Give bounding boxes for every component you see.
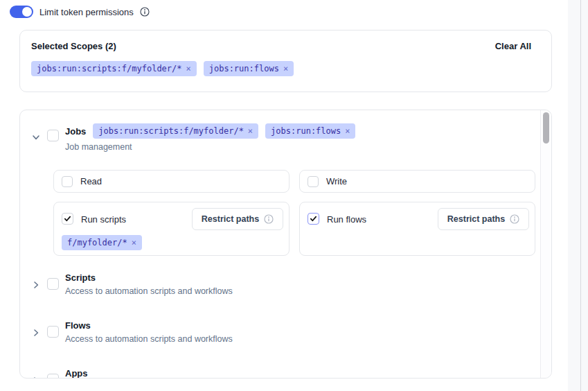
permissions-tree-panel: Jobs jobs:run:scripts:f/myfolder/* × job… (19, 110, 552, 379)
restrict-paths-button[interactable]: Restrict paths (192, 208, 283, 230)
remove-tag-button[interactable]: × (132, 238, 136, 247)
jobs-title: Jobs (65, 126, 86, 137)
read-label: Read (80, 176, 102, 186)
apps-title: Apps (65, 368, 88, 379)
selected-scopes-title: Selected Scopes (2) (31, 41, 116, 51)
remove-tag-button[interactable]: × (345, 127, 350, 135)
chevron-down-icon[interactable] (31, 132, 41, 142)
remove-tag-button[interactable]: × (186, 64, 191, 73)
remove-tag-button[interactable]: × (248, 127, 253, 135)
clear-all-button[interactable]: Clear All (495, 41, 540, 51)
run-scripts-card[interactable]: Run scripts Restrict paths f/myfolder/* … (53, 202, 289, 256)
flows-subtitle: Access to automation scripts and workflo… (65, 334, 233, 344)
right-gutter (568, 0, 588, 391)
run-flows-label: Run flows (327, 214, 366, 225)
tree-node-scripts: Scripts Access to automation scripts and… (31, 272, 233, 296)
scope-tag-label: jobs:run:scripts:f/myfolder/* (98, 127, 244, 135)
write-label: Write (326, 176, 347, 186)
flows-title: Flows (65, 320, 233, 331)
remove-tag-button[interactable]: × (283, 64, 288, 73)
scope-tag: jobs:run:scripts:f/myfolder/* × (31, 61, 197, 76)
chevron-right-icon[interactable] (31, 280, 41, 290)
scripts-subtitle: Access to automation scripts and workflo… (65, 286, 233, 296)
apps-checkbox[interactable] (47, 374, 59, 379)
restrict-paths-button[interactable]: Restrict paths (438, 208, 529, 230)
limit-permissions-row: Limit token permissions (10, 6, 150, 18)
vertical-divider (580, 0, 581, 391)
toggle-knob (22, 7, 32, 17)
run-scripts-label: Run scripts (81, 214, 126, 225)
scope-tag-label: jobs:run:flows (209, 64, 279, 73)
read-option-card[interactable]: Read (53, 170, 289, 193)
limit-permissions-toggle[interactable] (10, 6, 33, 18)
path-tag-label: f/myfolder/* (67, 238, 127, 247)
flows-checkbox[interactable] (47, 326, 59, 338)
jobs-checkbox[interactable] (47, 130, 59, 141)
run-flows-checkbox[interactable] (308, 213, 319, 225)
checkmark-icon (64, 215, 71, 223)
write-option-card[interactable]: Write (299, 170, 535, 193)
info-icon[interactable] (510, 214, 519, 224)
info-icon[interactable] (140, 7, 150, 17)
scope-tag: jobs:run:scripts:f/myfolder/* × (93, 123, 258, 139)
read-checkbox[interactable] (62, 176, 73, 187)
run-scripts-checkbox[interactable] (62, 213, 73, 225)
write-checkbox[interactable] (308, 176, 319, 187)
tree-node-jobs: Jobs jobs:run:scripts:f/myfolder/* × job… (31, 123, 355, 152)
path-tag: f/myfolder/* × (62, 235, 142, 250)
scripts-title: Scripts (65, 272, 233, 283)
scrollbar-thumb[interactable] (543, 112, 549, 144)
tree-node-flows: Flows Access to automation scripts and w… (31, 320, 233, 344)
tree-node-apps: Apps (31, 368, 88, 379)
scope-tag: jobs:run:flows × (204, 61, 294, 76)
info-icon[interactable] (264, 214, 274, 224)
jobs-subtitle: Job management (65, 142, 355, 152)
selected-scopes-card: Selected Scopes (2) Clear All jobs:run:s… (19, 30, 552, 92)
scope-tag: jobs:run:flows × (265, 123, 355, 139)
scope-tag-label: jobs:run:flows (271, 127, 341, 135)
run-flows-card[interactable]: Run flows Restrict paths (299, 202, 535, 256)
chevron-right-icon[interactable] (31, 376, 41, 379)
limit-permissions-label: Limit token permissions (39, 7, 134, 17)
scrollbar-track[interactable] (540, 110, 551, 378)
scope-tag-label: jobs:run:scripts:f/myfolder/* (37, 64, 182, 73)
checkmark-icon (310, 215, 317, 223)
chevron-right-icon[interactable] (31, 328, 41, 338)
scripts-checkbox[interactable] (47, 278, 59, 290)
